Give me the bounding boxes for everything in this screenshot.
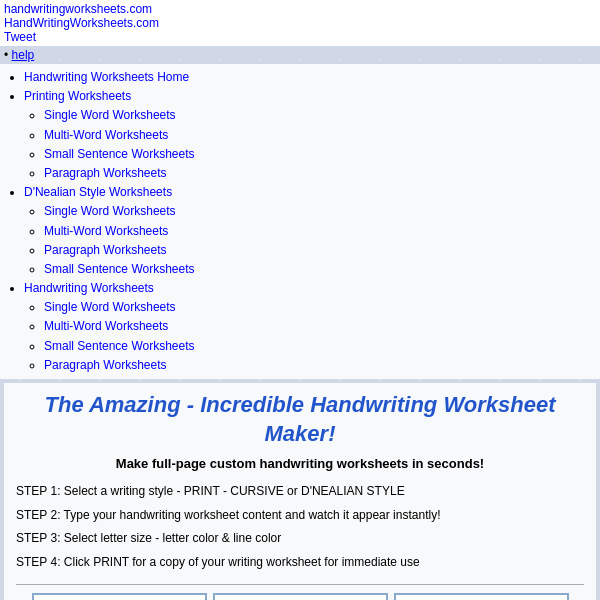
nav-printing[interactable]: Printing Worksheets xyxy=(24,89,131,103)
help-link[interactable]: help xyxy=(12,48,35,62)
card-print: Print Style Worksheets abc Make stunning… xyxy=(32,593,207,600)
card-dnealian: D'Nealian Style Worksheets abc Make amaz… xyxy=(213,593,388,600)
nav-handwriting-small[interactable]: Small Sentence Worksheets xyxy=(44,339,195,353)
step-2: STEP 2: Type your handwriting worksheet … xyxy=(16,505,584,527)
page-subtitle: Make full-page custom handwriting worksh… xyxy=(16,456,584,471)
nav-printing-small[interactable]: Small Sentence Worksheets xyxy=(44,147,195,161)
nav-handwriting-paragraph[interactable]: Paragraph Worksheets xyxy=(44,358,167,372)
tweet-link[interactable]: Tweet xyxy=(4,30,36,44)
step-1: STEP 1: Select a writing style - PRINT -… xyxy=(16,481,584,503)
nav-printing-multi[interactable]: Multi-Word Worksheets xyxy=(44,128,168,142)
nav-handwriting-multi[interactable]: Multi-Word Worksheets xyxy=(44,319,168,333)
nav-section: Handwriting Worksheets Home Printing Wor… xyxy=(0,64,600,379)
nav-dnealian[interactable]: D'Nealian Style Worksheets xyxy=(24,185,172,199)
nav-handwriting[interactable]: Handwriting Worksheets xyxy=(24,281,154,295)
nav-dnealian-single[interactable]: Single Word Worksheets xyxy=(44,204,176,218)
card-cursive: Cursive Writing Worksheets abc Make perf… xyxy=(394,593,569,600)
nav-home[interactable]: Handwriting Worksheets Home xyxy=(24,70,189,84)
cards-container: Print Style Worksheets abc Make stunning… xyxy=(16,593,584,600)
link-handwritingworksheets[interactable]: handwritingworksheets.com xyxy=(4,2,152,16)
step-4: STEP 4: Click PRINT for a copy of your w… xyxy=(16,552,584,574)
nav-dnealian-paragraph[interactable]: Paragraph Worksheets xyxy=(44,243,167,257)
page-title: The Amazing - Incredible Handwriting Wor… xyxy=(16,391,584,448)
nav-printing-paragraph[interactable]: Paragraph Worksheets xyxy=(44,166,167,180)
nav-printing-single[interactable]: Single Word Worksheets xyxy=(44,108,176,122)
nav-dnealian-multi[interactable]: Multi-Word Worksheets xyxy=(44,224,168,238)
main-content: The Amazing - Incredible Handwriting Wor… xyxy=(4,383,596,600)
step-3: STEP 3: Select letter size - letter colo… xyxy=(16,528,584,550)
nav-handwriting-single[interactable]: Single Word Worksheets xyxy=(44,300,176,314)
steps-section: STEP 1: Select a writing style - PRINT -… xyxy=(16,481,584,573)
help-section: • help xyxy=(0,46,600,64)
link-handwritingworksheets-caps[interactable]: HandWritingWorksheets.com xyxy=(4,16,159,30)
divider xyxy=(16,584,584,585)
top-bar: handwritingworksheets.com HandWritingWor… xyxy=(0,0,600,46)
nav-dnealian-small[interactable]: Small Sentence Worksheets xyxy=(44,262,195,276)
